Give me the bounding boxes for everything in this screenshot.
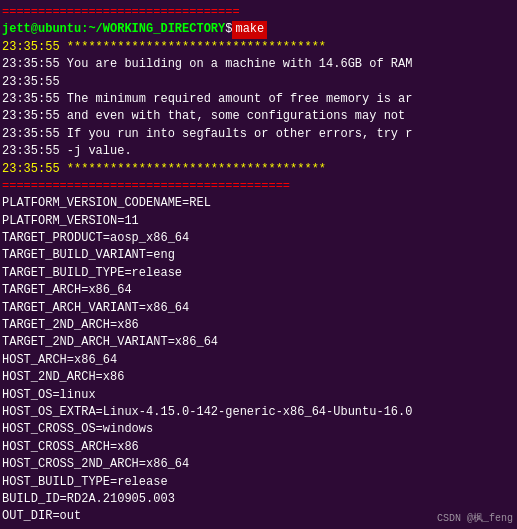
terminal: =================================jett@ub…: [0, 0, 517, 529]
message-line: 23:35:55 and even with that, some config…: [2, 108, 515, 125]
env-line: BUILD_ID=RD2A.210905.003: [2, 491, 515, 508]
message-line: 23:35:55 If you run into segfaults or ot…: [2, 126, 515, 143]
equals-line: ========================================: [2, 178, 515, 195]
separator-line: =================================: [2, 4, 515, 21]
env-line: TARGET_ARCH=x86_64: [2, 282, 515, 299]
env-line: TARGET_BUILD_VARIANT=eng: [2, 247, 515, 264]
env-line: HOST_CROSS_OS=windows: [2, 421, 515, 438]
env-line: HOST_OS_EXTRA=Linux-4.15.0-142-generic-x…: [2, 404, 515, 421]
env-line: TARGET_ARCH_VARIANT=x86_64: [2, 300, 515, 317]
prompt-cmd: make: [232, 21, 267, 38]
env-line: TARGET_BUILD_TYPE=release: [2, 265, 515, 282]
message-line: 23:35:55: [2, 74, 515, 91]
env-line: HOST_CROSS_ARCH=x86: [2, 439, 515, 456]
env-line: HOST_OS=linux: [2, 387, 515, 404]
env-line: TARGET_2ND_ARCH=x86: [2, 317, 515, 334]
message-line: 23:35:55 You are building on a machine w…: [2, 56, 515, 73]
env-line: PLATFORM_VERSION=11: [2, 213, 515, 230]
stars-line: 23:35:55 *******************************…: [2, 161, 515, 178]
env-line: TARGET_PRODUCT=aosp_x86_64: [2, 230, 515, 247]
watermark: CSDN @枫_feng: [437, 511, 513, 525]
stars-line: 23:35:55 *******************************…: [2, 39, 515, 56]
message-line: 23:35:55 -j value.: [2, 143, 515, 160]
message-line: 23:35:55 The minimum required amount of …: [2, 91, 515, 108]
env-line: HOST_BUILD_TYPE=release: [2, 474, 515, 491]
prompt-dollar: $: [225, 21, 232, 38]
env-line: HOST_2ND_ARCH=x86: [2, 369, 515, 386]
env-line: HOST_CROSS_2ND_ARCH=x86_64: [2, 456, 515, 473]
env-line: HOST_ARCH=x86_64: [2, 352, 515, 369]
prompt-user: jett@ubuntu:~/WORKING_DIRECTORY: [2, 21, 225, 38]
prompt-line: jett@ubuntu:~/WORKING_DIRECTORY$ make: [2, 21, 515, 38]
env-line: PLATFORM_VERSION_CODENAME=REL: [2, 195, 515, 212]
env-line: TARGET_2ND_ARCH_VARIANT=x86_64: [2, 334, 515, 351]
